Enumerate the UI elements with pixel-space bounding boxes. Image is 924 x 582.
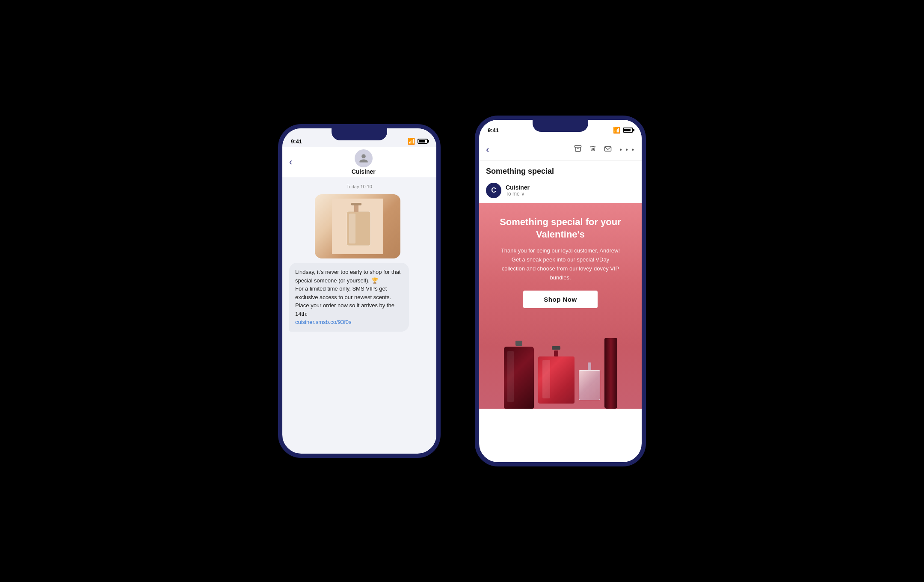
sms-header: ‹ Cuisiner bbox=[282, 147, 436, 177]
contact-name: Cuisiner bbox=[352, 168, 376, 175]
bottle-clear bbox=[579, 370, 600, 400]
sms-timestamp: Today 10:10 bbox=[289, 184, 429, 189]
email-battery-icon bbox=[623, 128, 633, 133]
sms-image-bubble[interactable] bbox=[315, 194, 400, 258]
email-back-button[interactable]: ‹ bbox=[486, 144, 489, 155]
svg-rect-5 bbox=[575, 146, 581, 147]
perfume-image-sms bbox=[315, 194, 400, 258]
sms-phone: 9:41 📶 ‹ Cuisiner Today 10:10 bbox=[278, 124, 441, 458]
promo-headline: Something special for your Valentine's bbox=[489, 216, 631, 241]
more-button[interactable]: • • • bbox=[619, 146, 635, 154]
sms-link[interactable]: cuisiner.smsb.co/93f0s bbox=[295, 319, 352, 325]
sender-to[interactable]: To me ∨ bbox=[506, 191, 530, 197]
email-subject-row: Something special bbox=[479, 161, 642, 179]
sms-back-button[interactable]: ‹ bbox=[289, 157, 292, 168]
email-status-bar: 9:41 📶 bbox=[479, 120, 642, 139]
mail-button[interactable] bbox=[604, 145, 612, 154]
bottle-red-square bbox=[538, 356, 575, 404]
promo-body: Thank you for being our loyal customer, … bbox=[500, 246, 620, 282]
sms-message-text: Lindsay, it's never too early to shop fo… bbox=[295, 269, 401, 317]
email-content-area: Something special for your Valentine's T… bbox=[479, 203, 642, 409]
perfume-bottle-illustration bbox=[332, 199, 383, 254]
svg-rect-3 bbox=[354, 205, 358, 212]
wifi-icon: 📶 bbox=[408, 138, 415, 145]
battery-icon bbox=[418, 139, 428, 144]
sms-status-bar: 9:41 📶 bbox=[282, 128, 436, 147]
contact-avatar bbox=[355, 149, 373, 167]
perfume-bottles-area bbox=[489, 317, 631, 409]
email-phone: 9:41 📶 ‹ bbox=[475, 116, 646, 466]
sender-avatar: C bbox=[486, 183, 501, 198]
sms-time: 9:41 bbox=[291, 138, 302, 145]
shop-now-button[interactable]: Shop Now bbox=[523, 291, 597, 308]
email-time: 9:41 bbox=[488, 127, 499, 134]
sms-body: Today 10:10 Lindsa bbox=[282, 177, 436, 339]
archive-button[interactable] bbox=[574, 145, 582, 154]
sender-info: Cuisiner To me ∨ bbox=[506, 184, 530, 197]
bottle-neck-clear bbox=[588, 362, 591, 370]
bottle-tall-thin bbox=[604, 338, 617, 409]
sms-text-bubble: Lindsay, it's never too early to shop fo… bbox=[289, 263, 409, 332]
promo-banner: Something special for your Valentine's T… bbox=[479, 203, 642, 409]
bottle-neck-center bbox=[554, 350, 558, 356]
email-header-bar: ‹ bbox=[479, 139, 642, 161]
email-sender-row: C Cuisiner To me ∨ bbox=[479, 179, 642, 203]
svg-rect-4 bbox=[351, 203, 361, 205]
trash-button[interactable] bbox=[589, 145, 596, 154]
bottle-cap-left bbox=[515, 341, 522, 346]
sms-contact-info: Cuisiner bbox=[297, 149, 429, 175]
sender-name: Cuisiner bbox=[506, 184, 530, 191]
person-icon bbox=[358, 153, 369, 163]
email-wifi-icon: 📶 bbox=[613, 127, 620, 134]
email-header-actions: • • • bbox=[574, 145, 635, 154]
email-subject: Something special bbox=[486, 167, 554, 175]
bottle-cap-center bbox=[552, 346, 560, 350]
bottle-tall-dark bbox=[504, 347, 534, 409]
svg-rect-2 bbox=[349, 214, 355, 243]
